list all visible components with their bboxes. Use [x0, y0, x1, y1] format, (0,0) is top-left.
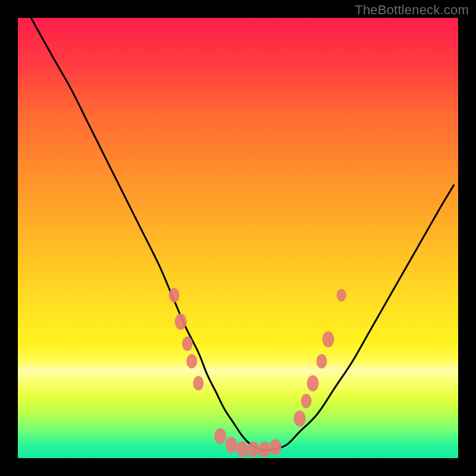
marker-dot — [294, 411, 306, 427]
bottleneck-chart — [18, 18, 458, 458]
marker-dot — [301, 394, 312, 408]
marker-dot — [175, 314, 187, 330]
marker-dot — [307, 375, 319, 392]
chart-frame — [18, 18, 458, 458]
marker-dot — [214, 428, 226, 444]
marker-dot — [186, 354, 197, 368]
marker-dot — [226, 437, 237, 453]
marker-dot — [248, 441, 259, 458]
gradient-background — [18, 18, 458, 458]
marker-dot — [193, 376, 203, 390]
marker-dot — [317, 354, 327, 368]
marker-dot — [258, 441, 270, 458]
marker-dot — [322, 331, 334, 347]
marker-dot — [236, 441, 248, 458]
marker-dot — [337, 289, 346, 302]
marker-dot — [270, 439, 281, 455]
marker-dot — [169, 288, 180, 302]
marker-dot — [182, 336, 193, 350]
watermark-text: TheBottleneck.com — [355, 2, 469, 18]
